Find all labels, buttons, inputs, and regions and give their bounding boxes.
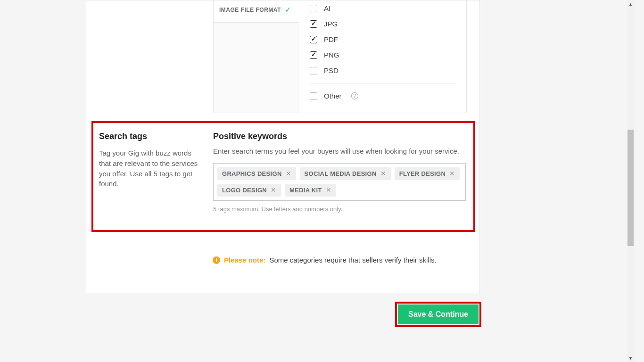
file-format-label: IMAGE FILE FORMAT [219,7,281,13]
tag-text: SOCIAL MEDIA DESIGN [305,170,377,177]
please-note-text: Some categories require that sellers ver… [269,256,436,264]
search-tags-description: Tag your Gig with buzz words that are re… [99,148,198,189]
close-icon[interactable]: ✕ [449,170,455,177]
positive-keywords-description: Enter search terms you feel your buyers … [213,146,466,156]
file-option-label: AI [324,4,330,12]
file-format-preview-box [214,22,298,113]
checkbox-png[interactable] [310,51,317,59]
tag-graphics-design: GRAPHICS DESIGN ✕ [217,167,296,180]
tag-social-media-design: SOCIAL MEDIA DESIGN ✕ [300,167,391,180]
file-format-header: IMAGE FILE FORMAT ✓ [219,5,291,14]
tag-media-kit: MEDIA KIT ✕ [285,184,336,197]
file-option-png[interactable]: PNG [310,47,456,63]
please-note-label: Please note: [224,256,265,264]
checkbox-other[interactable] [310,92,317,100]
scrollbar-thumb[interactable] [627,130,634,246]
search-tags-heading: Search tags [99,132,198,141]
file-option-jpg[interactable]: JPG [310,16,456,32]
file-format-options: AI JPG PDF PNG PSD [310,0,456,104]
check-icon: ✓ [285,5,291,14]
help-icon[interactable]: ? [351,92,358,99]
file-option-other[interactable]: Other ? [310,88,456,104]
file-option-label: PDF [324,35,338,43]
scroll-down-icon[interactable]: ▼ [627,354,635,362]
file-option-label: JPG [324,20,338,28]
file-option-label: PSD [324,66,339,74]
close-icon[interactable]: ✕ [271,187,276,193]
close-icon[interactable]: ✕ [380,170,386,177]
tag-flyer-design: FLYER DESIGN ✕ [395,167,460,180]
divider [310,83,456,83]
file-option-pdf[interactable]: PDF [310,32,456,47]
checkbox-pdf[interactable] [310,36,317,43]
file-option-label: Other [324,92,342,100]
close-icon[interactable]: ✕ [286,170,291,177]
tag-text: MEDIA KIT [289,187,322,194]
positive-keywords-section: Positive keywords Enter search terms you… [213,132,466,213]
file-option-label: PNG [324,51,339,59]
please-note-row: i Please note: Some categories require t… [213,256,437,264]
close-icon[interactable]: ✕ [326,187,331,193]
main-card: IMAGE FILE FORMAT ✓ AI JPG PDF [86,0,480,293]
checkbox-jpg[interactable] [310,20,317,28]
file-option-ai[interactable]: AI [310,0,456,16]
tag-logo-design: LOGO DESIGN ✕ [217,184,281,197]
tags-input-container[interactable]: GRAPHICS DESIGN ✕ SOCIAL MEDIA DESIGN ✕ … [213,163,466,201]
info-icon: i [213,256,220,264]
positive-keywords-heading: Positive keywords [213,132,466,141]
page-content: IMAGE FILE FORMAT ✓ AI JPG PDF [0,0,635,362]
search-tags-left: Search tags Tag your Gig with buzz words… [99,132,198,189]
save-continue-highlight: Save & Continue [395,302,481,327]
checkbox-ai[interactable] [310,5,317,12]
checkbox-psd[interactable] [310,67,317,74]
file-format-section: IMAGE FILE FORMAT ✓ AI JPG PDF [213,0,467,113]
file-option-psd[interactable]: PSD [310,63,456,78]
scroll-up-icon[interactable]: ▲ [627,0,635,8]
tag-text: FLYER DESIGN [399,170,446,177]
search-tags-section: Search tags Tag your Gig with buzz words… [91,121,475,232]
tag-text: LOGO DESIGN [222,187,267,194]
save-continue-button[interactable]: Save & Continue [398,304,479,324]
tags-hint: 5 tags maximum. Use letters and numbers … [213,206,466,213]
tag-text: GRAPHICS DESIGN [222,170,282,177]
